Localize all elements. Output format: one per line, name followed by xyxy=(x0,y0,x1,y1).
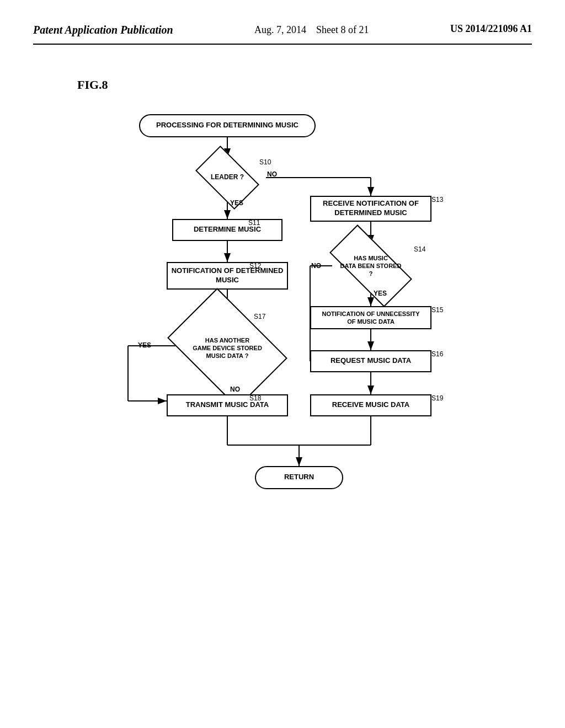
s16-step-label: S16 xyxy=(431,350,443,358)
s10-yes-label: YES xyxy=(230,199,243,207)
publication-date: Aug. 7, 2014 xyxy=(254,24,306,35)
s17-diamond-container: HAS ANOTHER GAME DEVICE STORED MUSIC DAT… xyxy=(177,312,278,384)
start-node: PROCESSING FOR DETERMINING MUSIC xyxy=(139,114,316,137)
s15-step-label: S15 xyxy=(431,306,443,314)
s14-diamond: HAS MUSIC DATA BEEN STORED ? xyxy=(329,224,412,307)
s11-step-label: S11 xyxy=(248,219,260,227)
s14-diamond-container: HAS MUSIC DATA BEEN STORED ? xyxy=(329,244,412,288)
flowchart: PROCESSING FOR DETERMINING MUSIC LEADER … xyxy=(56,109,509,539)
page: Patent Application Publication Aug. 7, 2… xyxy=(0,0,565,728)
header-date-sheet: Aug. 7, 2014 Sheet 8 of 21 xyxy=(254,22,369,38)
s13-box: RECEIVE NOTIFICATION OF DETERMINED MUSIC xyxy=(310,196,431,222)
s19-step-label: S19 xyxy=(431,394,443,402)
publication-title: Patent Application Publication xyxy=(33,22,173,38)
s16-box: REQUEST MUSIC DATA xyxy=(310,350,431,372)
s17-diamond: HAS ANOTHER GAME DEVICE STORED MUSIC DAT… xyxy=(167,288,287,408)
s10-no-label: NO xyxy=(267,170,277,178)
s12-box: NOTIFICATION OF DETERMINED MUSIC xyxy=(167,262,288,290)
s18-step-label: S18 xyxy=(249,394,261,402)
page-header: Patent Application Publication Aug. 7, 2… xyxy=(33,22,532,45)
s11-box: DETERMINE MUSIC xyxy=(172,219,282,241)
s14-yes-label: YES xyxy=(374,290,387,297)
s17-no-label: NO xyxy=(230,386,240,393)
s17-step-label: S17 xyxy=(254,313,265,320)
s13-step-label: S13 xyxy=(431,196,443,204)
s18-box: TRANSMIT MUSIC DATA xyxy=(167,394,288,416)
return-node: RETURN xyxy=(255,466,343,489)
patent-number: US 2014/221096 A1 xyxy=(450,22,532,36)
s12-step-label: S12 xyxy=(249,262,261,270)
figure-label: FIG.8 xyxy=(77,78,532,92)
s14-no-label: NO xyxy=(311,262,321,270)
s19-box: RECEIVE MUSIC DATA xyxy=(310,394,431,416)
s10-step-label: S10 xyxy=(259,158,271,166)
s15-box: NOTIFICATION OF UNNECESSITY OF MUSIC DAT… xyxy=(310,306,431,329)
s14-step-label: S14 xyxy=(414,245,425,253)
s17-yes-label: YES xyxy=(138,341,151,349)
s10-diamond: LEADER ? xyxy=(195,146,259,210)
sheet-info: Sheet 8 of 21 xyxy=(316,24,369,35)
s10-diamond-container: LEADER ? xyxy=(197,157,258,198)
